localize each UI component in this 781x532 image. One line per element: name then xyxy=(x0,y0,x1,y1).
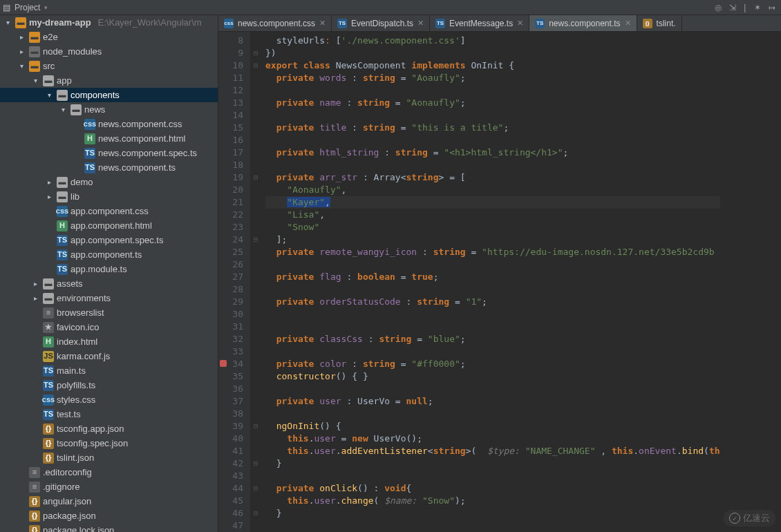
code-line[interactable]: "Snow" xyxy=(265,221,720,234)
editor-tab[interactable]: {}tslint. xyxy=(637,15,682,31)
line-number[interactable]: 25 xyxy=(218,246,243,258)
line-number[interactable]: 11 xyxy=(218,72,243,84)
tree-item[interactable]: ▸TSnews.component.spec.ts xyxy=(0,146,218,160)
code-line[interactable] xyxy=(265,283,720,296)
code-line[interactable] xyxy=(265,383,720,395)
tree-item[interactable]: ▸{}tsconfig.spec.json xyxy=(0,436,218,450)
tree-item[interactable]: ▸TSapp.module.ts xyxy=(0,262,218,276)
code-line[interactable]: "Aonaufly", xyxy=(265,184,720,196)
fold-marker[interactable]: ⊟ xyxy=(250,171,261,184)
editor-tab[interactable]: TSEventDispatch.ts✕ xyxy=(332,15,430,31)
tree-item[interactable]: ▸{}tslint.json xyxy=(0,450,218,465)
tree-item[interactable]: ▸TSapp.component.ts xyxy=(0,247,218,262)
code-line[interactable]: } xyxy=(265,457,720,470)
line-number[interactable]: 45 xyxy=(218,495,243,507)
code-line[interactable]: private words : string = "Aoaufly"; xyxy=(265,72,720,84)
tree-item[interactable]: ▾▬app xyxy=(0,73,218,88)
line-number[interactable]: 27 xyxy=(218,271,243,283)
line-number[interactable]: 40 xyxy=(218,433,243,445)
line-number[interactable]: 22 xyxy=(218,209,243,221)
line-number[interactable]: 44 xyxy=(218,482,243,495)
hide-icon[interactable]: ↦ xyxy=(769,3,775,12)
tree-item[interactable]: ▸▬assets xyxy=(0,276,218,291)
line-number[interactable]: 38 xyxy=(218,408,243,420)
tree-item[interactable]: ▸TStest.ts xyxy=(0,407,218,421)
code-line[interactable]: "Lisa", xyxy=(265,209,720,221)
code-line[interactable]: styleUrls: ['./news.component.css'] xyxy=(265,35,720,47)
code-line[interactable]: }) xyxy=(265,47,720,59)
code-editor[interactable]: 8910111213141516171819202122232425262728… xyxy=(218,32,781,532)
line-number[interactable]: 12 xyxy=(218,84,243,97)
code-line[interactable]: private remote_wangyi_icon : string = "h… xyxy=(265,246,720,258)
line-number[interactable]: 18 xyxy=(218,159,243,171)
tree-item[interactable]: ▸{}angular.json xyxy=(0,494,218,509)
line-number[interactable]: 32 xyxy=(218,333,243,345)
line-number[interactable]: 33 xyxy=(218,345,243,358)
tree-item[interactable]: ▸★favicon.ico xyxy=(0,320,218,334)
editor-tab[interactable]: TSnews.component.ts✕ xyxy=(529,15,637,31)
line-number[interactable]: 23 xyxy=(218,221,243,234)
line-number[interactable]: 13 xyxy=(218,97,243,109)
code-line[interactable]: ngOnInit() { xyxy=(265,420,720,433)
gear-icon[interactable]: ✶ xyxy=(754,3,761,12)
project-sidebar[interactable]: ▾▬my-dream-appE:\Kayer_Work\Angular\m▸▬e… xyxy=(0,15,218,532)
code-line[interactable]: } xyxy=(265,507,720,520)
line-number[interactable]: 20 xyxy=(218,184,243,196)
collapse-icon[interactable]: ⇲ xyxy=(729,3,736,12)
tree-item[interactable]: ▸TSpolyfills.ts xyxy=(0,378,218,392)
line-number[interactable]: 24 xyxy=(218,234,243,246)
tree-item[interactable]: ▸Happ.component.html xyxy=(0,218,218,233)
line-number[interactable]: 47 xyxy=(218,520,243,532)
editor-tab[interactable]: cssnews.component.css✕ xyxy=(218,15,332,31)
tree-arrow-icon[interactable]: ▸ xyxy=(30,276,40,291)
fold-marker[interactable]: ⊟ xyxy=(250,482,261,495)
tree-arrow-icon[interactable]: ▾ xyxy=(44,88,54,102)
code-line[interactable] xyxy=(265,159,720,171)
code-line[interactable] xyxy=(265,345,720,358)
line-number[interactable]: 41 xyxy=(218,445,243,457)
close-icon[interactable]: ✕ xyxy=(417,19,424,28)
code-line[interactable]: private arr_str : Array<string> = [ xyxy=(265,171,720,184)
line-number[interactable]: 10 xyxy=(218,59,243,72)
tree-arrow-icon[interactable]: ▸ xyxy=(17,44,26,59)
code-line[interactable] xyxy=(265,408,720,420)
tree-item[interactable]: ▸cssstyles.css xyxy=(0,392,218,407)
tree-item[interactable]: ▸▬lib xyxy=(0,189,218,204)
tree-item[interactable]: ▸Hindex.html xyxy=(0,334,218,349)
line-number[interactable]: 16 xyxy=(218,134,243,146)
tree-arrow-icon[interactable]: ▾ xyxy=(3,15,12,30)
line-number[interactable]: 31 xyxy=(218,321,243,333)
fold-strip[interactable]: ⊟⊟⊟⊟⊟⊟⊟⊟⊟ xyxy=(250,32,261,532)
tree-item[interactable]: ▸TSnews.component.ts xyxy=(0,160,218,175)
code-line[interactable]: private html_string : string = "<h1>html… xyxy=(265,146,720,159)
tree-item[interactable]: ▸TSmain.ts xyxy=(0,363,218,378)
tree-arrow-icon[interactable]: ▸ xyxy=(30,291,40,305)
tree-item[interactable]: ▾▬components xyxy=(0,88,218,102)
tree-item[interactable]: ▾▬src xyxy=(0,59,218,73)
line-number[interactable]: 29 xyxy=(218,296,243,308)
code-line[interactable] xyxy=(265,134,720,146)
line-number[interactable]: 42 xyxy=(218,457,243,470)
target-icon[interactable]: ◎ xyxy=(715,3,722,12)
code-line[interactable] xyxy=(265,258,720,271)
line-number[interactable]: 21 xyxy=(218,196,243,209)
code-line[interactable]: private orderStatusCode : string = "1"; xyxy=(265,296,720,308)
code-line[interactable]: private user : UserVo = null; xyxy=(265,395,720,408)
line-number[interactable]: 8 xyxy=(218,35,243,47)
tree-item[interactable]: ▸≡.gitignore xyxy=(0,479,218,494)
tree-item[interactable]: ▸≡.editorconfig xyxy=(0,465,218,479)
line-number[interactable]: 37 xyxy=(218,395,243,408)
tree-item[interactable]: ▸▬e2e xyxy=(0,30,218,44)
code-line[interactable]: private color : string = "#ff0000"; xyxy=(265,358,720,370)
line-number[interactable]: 34 xyxy=(218,358,243,370)
line-number[interactable]: 26 xyxy=(218,258,243,271)
fold-marker[interactable]: ⊟ xyxy=(250,234,261,246)
tree-item[interactable]: ▸{}package.lock.json xyxy=(0,523,218,532)
code-line[interactable]: ]; xyxy=(265,234,720,246)
close-icon[interactable]: ✕ xyxy=(319,19,326,28)
fold-marker[interactable]: ⊟ xyxy=(250,59,261,72)
tree-arrow-icon[interactable]: ▸ xyxy=(44,175,54,189)
close-icon[interactable]: ✕ xyxy=(625,19,631,28)
line-number[interactable]: 30 xyxy=(218,308,243,321)
tree-item[interactable]: ▸cssnews.component.css xyxy=(0,117,218,131)
